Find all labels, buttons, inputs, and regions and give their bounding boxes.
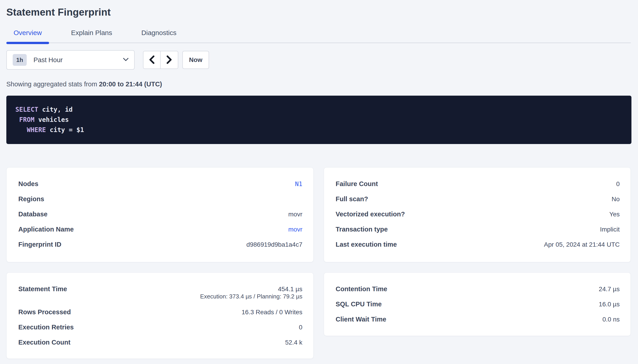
chevron-right-icon <box>166 56 172 65</box>
fingerprint-id-label: Fingerprint ID <box>18 241 61 248</box>
now-button[interactable]: Now <box>182 51 209 69</box>
execution-retries-value: 0 <box>299 324 302 331</box>
nodes-value-link[interactable]: N1 <box>295 180 302 188</box>
chevron-down-icon <box>123 58 129 62</box>
tab-overview[interactable]: Overview <box>6 29 49 42</box>
info-cards-row: Nodes N1 Regions Database movr Applicati… <box>6 167 631 262</box>
full-scan-value: No <box>611 196 620 203</box>
execution-count-label: Execution Count <box>18 339 70 346</box>
table-row: Database movr <box>18 210 302 217</box>
statement-stats-card: Statement Time 454.1 µs Execution: 373.4… <box>6 272 314 359</box>
next-interval-button[interactable] <box>161 51 178 68</box>
full-scan-label: Full scan? <box>336 195 368 203</box>
application-name-value-link[interactable]: movr <box>288 226 302 233</box>
time-step-buttons <box>143 51 178 69</box>
database-value: movr <box>288 211 302 218</box>
transaction-type-value: Implicit <box>600 226 620 233</box>
vectorized-execution-value: Yes <box>609 211 620 218</box>
statement-time-breakdown: Execution: 373.4 µs / Planning: 79.2 µs <box>18 293 302 299</box>
time-controls: 1h Past Hour <box>6 50 631 70</box>
table-row: Vectorized execution? Yes <box>336 210 620 217</box>
failure-count-label: Failure Count <box>336 180 378 188</box>
statement-fingerprint-page: Statement Fingerprint Overview Explain P… <box>0 6 638 359</box>
failure-count-value: 0 <box>616 180 620 188</box>
transaction-type-label: Transaction type <box>336 226 388 233</box>
time-range-badge: 1h <box>13 54 27 66</box>
execution-retries-label: Execution Retries <box>18 324 74 331</box>
chevron-left-icon <box>149 56 155 65</box>
table-row: Contention Time 24.7 µs <box>336 285 620 292</box>
sql-text: city = $1 <box>46 126 84 134</box>
sql-keyword: SELECT <box>16 106 38 113</box>
sql-cpu-time-label: SQL CPU Time <box>336 300 382 308</box>
contention-time-value: 24.7 µs <box>599 286 620 293</box>
fingerprint-id-value: d986919d9ba1a4c7 <box>246 241 302 248</box>
sql-statement-box: SELECT city, id FROM vehicles WHERE city… <box>6 96 631 144</box>
table-row: Transaction type Implicit <box>336 226 620 232</box>
table-row: Execution Retries 0 <box>18 324 302 330</box>
sql-line-1: SELECT city, id <box>16 104 622 115</box>
sql-keyword: FROM <box>19 116 35 124</box>
last-execution-time-value: Apr 05, 2024 at 21:44 UTC <box>544 241 620 248</box>
tabs-bar: Overview Explain Plans Diagnostics <box>6 29 631 43</box>
sql-text: city, id <box>38 106 73 113</box>
execution-attributes-card: Failure Count 0 Full scan? No Vectorized… <box>324 167 631 262</box>
time-range-dropdown[interactable]: 1h Past Hour <box>6 50 135 70</box>
sql-line-3: WHERE city = $1 <box>16 125 622 135</box>
statement-time-value: 454.1 µs <box>278 286 302 293</box>
time-range-label: Past Hour <box>34 56 123 64</box>
database-label: Database <box>18 210 48 218</box>
sql-keyword: WHERE <box>27 126 46 134</box>
table-row: Nodes N1 <box>18 180 302 187</box>
time-stats-card: Contention Time 24.7 µs SQL CPU Time 16.… <box>324 272 631 336</box>
aggregated-stats-range: 20:00 to 21:44 (UTC) <box>99 80 162 88</box>
tab-diagnostics[interactable]: Diagnostics <box>134 29 184 42</box>
table-row: Statement Time 454.1 µs <box>18 285 302 292</box>
table-row: Execution Count 52.4 k <box>18 339 302 346</box>
table-row: Regions <box>18 195 302 202</box>
vectorized-execution-label: Vectorized execution? <box>336 210 405 218</box>
table-row: SQL CPU Time 16.0 µs <box>336 300 620 307</box>
last-execution-time-label: Last execution time <box>336 241 397 248</box>
sql-indent <box>16 126 27 134</box>
table-row: Client Wait Time 0.0 ns <box>336 316 620 322</box>
previous-interval-button[interactable] <box>144 51 161 68</box>
sql-indent <box>16 116 19 124</box>
table-row: Fingerprint ID d986919d9ba1a4c7 <box>18 241 302 248</box>
client-wait-time-value: 0.0 ns <box>602 316 620 323</box>
statement-time-label: Statement Time <box>18 285 67 293</box>
application-name-label: Application Name <box>18 226 74 233</box>
rows-processed-value: 16.3 Reads / 0 Writes <box>242 308 302 316</box>
sql-line-2: FROM vehicles <box>16 115 622 125</box>
page-title: Statement Fingerprint <box>6 6 631 18</box>
table-row: Full scan? No <box>336 195 620 202</box>
rows-processed-label: Rows Processed <box>18 308 71 316</box>
execution-count-value: 52.4 k <box>285 339 302 346</box>
aggregated-stats-line: Showing aggregated stats from 20:00 to 2… <box>6 81 631 88</box>
stats-cards-row: Statement Time 454.1 µs Execution: 373.4… <box>6 272 631 359</box>
table-row: Rows Processed 16.3 Reads / 0 Writes <box>18 308 302 315</box>
client-wait-time-label: Client Wait Time <box>336 316 386 323</box>
table-row: Last execution time Apr 05, 2024 at 21:4… <box>336 241 620 248</box>
sql-text: vehicles <box>35 116 69 124</box>
aggregated-stats-prefix: Showing aggregated stats from <box>6 80 99 88</box>
sql-cpu-time-value: 16.0 µs <box>599 301 620 308</box>
table-row: Failure Count 0 <box>336 180 620 187</box>
statement-details-card: Nodes N1 Regions Database movr Applicati… <box>6 167 314 262</box>
nodes-label: Nodes <box>18 180 39 188</box>
table-row: Application Name movr <box>18 226 302 232</box>
regions-label: Regions <box>18 195 44 203</box>
contention-time-label: Contention Time <box>336 285 387 293</box>
tab-explain-plans[interactable]: Explain Plans <box>64 29 120 42</box>
